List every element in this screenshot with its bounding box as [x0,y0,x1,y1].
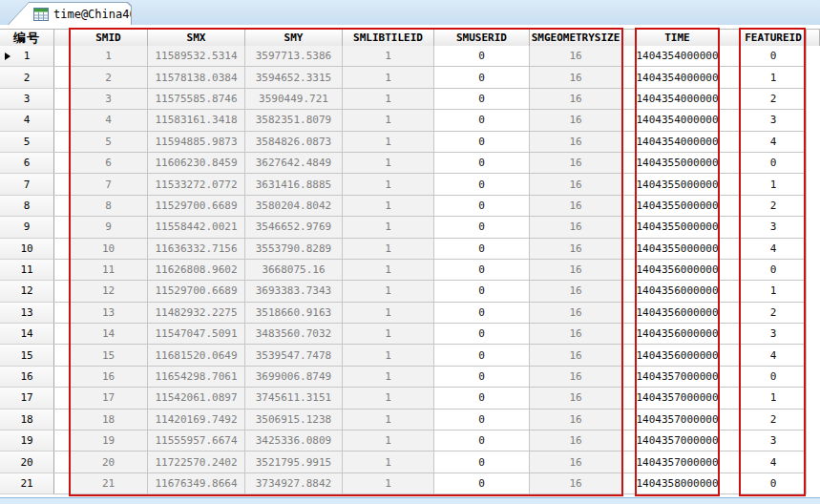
cell-featureid[interactable]: 0 [741,46,807,67]
cell-smgeometrysize[interactable]: 16 [530,452,622,472]
column-header-smy[interactable]: SMY [245,30,343,47]
cell-smgeometrysize[interactable]: 16 [530,132,622,153]
cell-smx[interactable]: 11654298.7061 [148,367,245,388]
row-header[interactable]: 15 [0,345,54,366]
row-number-column-header[interactable]: 编号 [0,30,54,47]
column-header-smx[interactable]: SMX [148,30,245,47]
cell-smuserid[interactable]: 0 [434,388,530,409]
cell-time[interactable]: 1404354000000 [637,110,719,131]
cell-time[interactable]: 1404357000000 [637,430,719,452]
cell-smid[interactable]: 5 [70,132,148,153]
cell-smgeometrysize[interactable]: 16 [530,260,622,281]
cell-featureid[interactable]: 4 [741,132,807,153]
cell-featureid[interactable]: 1 [741,67,807,88]
cell-smid[interactable]: 11 [70,260,148,281]
cell-smy[interactable]: 3631416.8885 [245,174,343,195]
cell-smy[interactable]: 3483560.7032 [245,324,343,345]
cell-smuserid[interactable]: 0 [434,452,530,472]
cell-smx[interactable]: 11542061.0897 [148,388,245,409]
cell-smlibtileid[interactable]: 1 [343,281,434,302]
cell-smid[interactable]: 20 [70,452,148,472]
row-header[interactable]: 19 [0,430,54,452]
cell-featureid[interactable]: 2 [741,196,807,217]
cell-smlibtileid[interactable]: 1 [343,67,434,88]
cell-smid[interactable]: 6 [70,153,148,174]
cell-smy[interactable]: 3668075.16 [245,260,343,281]
cell-smuserid[interactable]: 0 [434,174,530,195]
cell-smlibtileid[interactable]: 1 [343,239,434,260]
cell-time[interactable]: 1404356000000 [637,303,719,324]
cell-smx[interactable]: 11722570.2402 [148,452,245,472]
cell-smx[interactable]: 11681520.0649 [148,345,245,366]
cell-smgeometrysize[interactable]: 16 [530,388,622,409]
cell-smid[interactable]: 14 [70,324,148,345]
cell-smy[interactable]: 3506915.1238 [245,410,343,430]
cell-smid[interactable]: 16 [70,367,148,388]
cell-smuserid[interactable]: 0 [434,89,530,110]
cell-smuserid[interactable]: 0 [434,281,530,302]
cell-time[interactable]: 1404357000000 [637,388,719,409]
cell-smid[interactable]: 18 [70,410,148,430]
cell-featureid[interactable]: 2 [741,410,807,430]
cell-smlibtileid[interactable]: 1 [343,303,434,324]
row-header[interactable]: 1 [0,46,54,67]
cell-smx[interactable]: 11529700.6689 [148,196,245,217]
cell-smy[interactable]: 3518660.9163 [245,303,343,324]
column-header-featureid[interactable]: FEATUREID [741,30,807,47]
cell-smid[interactable]: 7 [70,174,148,195]
cell-time[interactable]: 1404357000000 [637,410,719,430]
column-header-smid[interactable]: SMID [70,30,148,47]
cell-smuserid[interactable]: 0 [434,260,530,281]
row-header[interactable]: 16 [0,367,54,388]
cell-smy[interactable]: 3539547.7478 [245,345,343,366]
cell-smgeometrysize[interactable]: 16 [530,324,622,345]
row-header[interactable]: 10 [0,239,54,260]
row-header[interactable]: 5 [0,132,54,153]
cell-featureid[interactable]: 0 [741,367,807,388]
cell-time[interactable]: 1404356000000 [637,260,719,281]
cell-smgeometrysize[interactable]: 16 [530,196,622,217]
row-header[interactable]: 4 [0,110,54,131]
cell-smlibtileid[interactable]: 1 [343,153,434,174]
cell-time[interactable]: 1404356000000 [637,324,719,345]
cell-smy[interactable]: 3425336.0809 [245,430,343,452]
cell-smy[interactable]: 3734927.8842 [245,473,343,494]
cell-smgeometrysize[interactable]: 16 [530,430,622,452]
cell-smx[interactable]: 11533272.0772 [148,174,245,195]
row-header[interactable]: 9 [0,217,54,238]
cell-smgeometrysize[interactable]: 16 [530,110,622,131]
cell-time[interactable]: 1404354000000 [637,46,719,67]
cell-smx[interactable]: 11578138.0384 [148,67,245,88]
cell-smid[interactable]: 10 [70,239,148,260]
cell-smgeometrysize[interactable]: 16 [530,367,622,388]
row-header[interactable]: 2 [0,67,54,88]
cell-smx[interactable]: 11547047.5091 [148,324,245,345]
cell-smx[interactable]: 11420169.7492 [148,410,245,430]
cell-smgeometrysize[interactable]: 16 [530,345,622,366]
row-header[interactable]: 13 [0,303,54,324]
cell-smid[interactable]: 2 [70,67,148,88]
cell-featureid[interactable]: 0 [741,473,807,494]
row-header[interactable]: 8 [0,196,54,217]
cell-smlibtileid[interactable]: 1 [343,367,434,388]
cell-featureid[interactable]: 0 [741,260,807,281]
cell-smgeometrysize[interactable]: 16 [530,473,622,494]
row-header[interactable]: 3 [0,89,54,110]
cell-smgeometrysize[interactable]: 16 [530,153,622,174]
cell-smuserid[interactable]: 0 [434,345,530,366]
row-header[interactable]: 21 [0,473,54,494]
row-header[interactable]: 14 [0,324,54,345]
cell-time[interactable]: 1404357000000 [637,367,719,388]
cell-smuserid[interactable]: 0 [434,153,530,174]
row-header[interactable]: 18 [0,410,54,430]
cell-smy[interactable]: 3627642.4849 [245,153,343,174]
cell-smy[interactable]: 3580204.8042 [245,196,343,217]
column-header-smgeometrysize[interactable]: SMGEOMETRYSIZE [530,30,622,47]
cell-smgeometrysize[interactable]: 16 [530,410,622,430]
cell-smid[interactable]: 13 [70,303,148,324]
cell-featureid[interactable]: 1 [741,174,807,195]
cell-smy[interactable]: 3597713.5386 [245,46,343,67]
cell-smy[interactable]: 3521795.9915 [245,452,343,472]
row-header[interactable]: 7 [0,174,54,195]
cell-smx[interactable]: 11589532.5314 [148,46,245,67]
